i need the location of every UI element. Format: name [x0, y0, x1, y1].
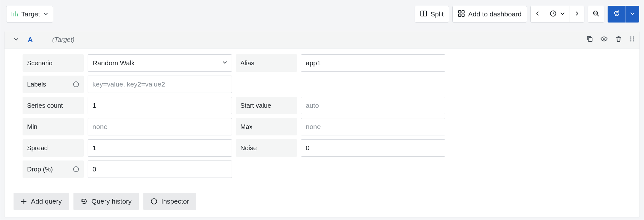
query-target-label: (Target) — [52, 36, 74, 43]
svg-point-26 — [76, 168, 76, 168]
svg-point-21 — [633, 40, 634, 41]
svg-rect-24 — [76, 84, 76, 86]
split-label: Split — [430, 10, 444, 18]
datasource-picker[interactable]: Target — [6, 6, 53, 23]
query-actions-row: Add query Query history Inspector — [5, 186, 639, 217]
collapse-toggle[interactable] — [14, 36, 19, 43]
clock-icon — [550, 10, 557, 19]
inspector-label: Inspector — [161, 197, 189, 205]
label-text: Scenario — [27, 60, 53, 67]
zoom-out-button[interactable] — [588, 6, 604, 23]
chevron-right-icon — [574, 11, 580, 18]
label-text: Spread — [27, 144, 48, 152]
chevron-left-icon — [535, 11, 540, 18]
drag-handle[interactable] — [629, 35, 635, 44]
label-text: Max — [240, 123, 253, 131]
min-label: Min — [23, 118, 84, 135]
spread-input[interactable] — [88, 139, 232, 157]
add-to-dashboard-label: Add to dashboard — [468, 10, 522, 18]
chevron-down-icon — [43, 10, 48, 18]
svg-point-20 — [630, 40, 631, 41]
scenario-label: Scenario — [23, 54, 84, 72]
svg-point-15 — [603, 38, 605, 40]
refresh-group — [608, 6, 639, 23]
split-button[interactable]: Split — [415, 6, 449, 23]
series-count-input[interactable] — [88, 97, 232, 114]
svg-point-19 — [633, 38, 634, 40]
svg-point-23 — [76, 83, 76, 83]
label-text: Alias — [240, 60, 254, 67]
query-header-actions — [586, 35, 635, 44]
query-header: A (Target) — [5, 31, 639, 49]
svg-rect-6 — [458, 11, 461, 13]
trash-icon — [615, 35, 622, 44]
chevron-down-icon — [14, 36, 19, 43]
info-icon[interactable] — [73, 81, 79, 87]
label-text: Min — [27, 123, 37, 131]
info-icon — [150, 198, 158, 205]
svg-line-12 — [597, 14, 599, 16]
refresh-interval-picker[interactable] — [626, 6, 639, 23]
alias-input[interactable] — [301, 54, 445, 72]
drop-label: Drop (%) — [23, 160, 84, 178]
info-icon[interactable] — [73, 166, 79, 172]
chevron-down-icon — [630, 11, 635, 18]
toggle-visibility-button[interactable] — [600, 35, 608, 44]
noise-label: Noise — [236, 139, 297, 157]
scenario-select[interactable] — [88, 54, 232, 72]
time-range-group — [530, 6, 584, 23]
time-range-back-button[interactable] — [531, 6, 545, 22]
copy-icon — [586, 35, 593, 44]
label-text: Drop (%) — [27, 166, 53, 173]
svg-rect-27 — [76, 169, 76, 171]
refresh-icon — [613, 10, 620, 19]
drag-grip-icon — [629, 35, 635, 44]
query-panel: A (Target) — [4, 31, 640, 217]
label-text: Labels — [27, 81, 46, 88]
svg-rect-14 — [588, 38, 592, 41]
svg-rect-8 — [458, 14, 461, 16]
time-range-picker[interactable] — [545, 6, 570, 22]
inspector-button[interactable]: Inspector — [143, 193, 196, 210]
svg-rect-9 — [462, 14, 465, 16]
noise-input[interactable] — [301, 139, 445, 157]
max-label: Max — [236, 118, 297, 135]
zoom-out-icon — [592, 10, 600, 19]
datasource-name: Target — [21, 10, 40, 18]
eye-icon — [600, 35, 608, 44]
query-body: Scenario Alias Labels — [5, 49, 639, 186]
panel-split-icon — [420, 10, 427, 19]
label-text: Start value — [240, 102, 271, 109]
datasource-icon — [11, 11, 18, 17]
duplicate-query-button[interactable] — [586, 35, 593, 44]
chevron-down-icon — [560, 11, 565, 18]
dashboard-grid-icon — [458, 10, 465, 19]
time-range-forward-button[interactable] — [570, 6, 584, 22]
svg-rect-7 — [462, 11, 465, 13]
refresh-button[interactable] — [608, 6, 626, 23]
plus-icon — [21, 198, 27, 205]
labels-input[interactable] — [88, 76, 232, 93]
query-history-button[interactable]: Query history — [73, 193, 139, 210]
alias-label: Alias — [236, 54, 297, 72]
svg-point-17 — [633, 36, 634, 38]
query-history-label: Query history — [91, 197, 132, 205]
labels-label: Labels — [23, 76, 84, 93]
query-ref-id[interactable]: A — [28, 36, 33, 44]
history-icon — [81, 198, 88, 205]
label-text: Series count — [27, 102, 63, 109]
svg-point-18 — [630, 38, 631, 40]
add-to-dashboard-button[interactable]: Add to dashboard — [452, 6, 527, 23]
delete-query-button[interactable] — [615, 35, 622, 44]
svg-point-29 — [153, 200, 154, 201]
svg-rect-30 — [154, 201, 154, 203]
start-value-label: Start value — [236, 97, 297, 114]
min-input[interactable] — [88, 118, 232, 135]
top-toolbar: Target Split Add to dashboard — [0, 0, 644, 28]
drop-input[interactable] — [88, 160, 232, 178]
add-query-label: Add query — [31, 197, 62, 205]
svg-point-16 — [630, 36, 631, 38]
add-query-button[interactable]: Add query — [14, 193, 69, 210]
start-value-input[interactable] — [301, 97, 445, 114]
max-input[interactable] — [301, 118, 445, 135]
